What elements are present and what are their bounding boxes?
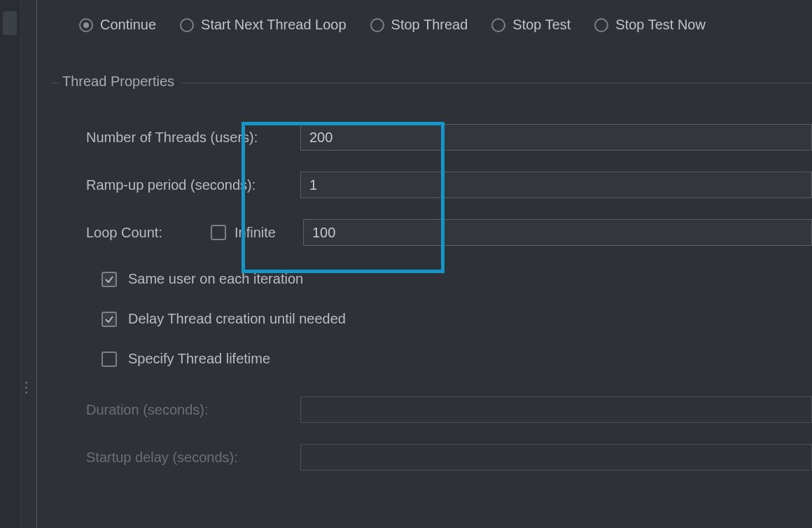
radio-continue[interactable]: Continue <box>79 17 156 33</box>
row-loop-count: Loop Count: Infinite <box>86 218 812 247</box>
radio-stop-test[interactable]: Stop Test <box>491 17 570 33</box>
row-specify-lifetime: Specify Thread lifetime <box>102 351 812 367</box>
loop-count-input[interactable] <box>303 219 812 246</box>
radio-label: Stop Test <box>512 17 570 33</box>
specify-lifetime-label: Specify Thread lifetime <box>128 351 270 367</box>
radio-icon <box>594 18 608 32</box>
row-delay-create: Delay Thread creation until needed <box>102 311 812 327</box>
radio-stop-thread[interactable]: Stop Thread <box>370 17 468 33</box>
specify-lifetime-checkbox[interactable] <box>102 352 117 367</box>
row-startup-delay: Startup delay (seconds): <box>86 443 812 472</box>
startup-delay-input <box>300 444 812 471</box>
startup-delay-label: Startup delay (seconds): <box>86 450 300 466</box>
row-num-threads: Number of Threads (users): <box>86 123 812 152</box>
radio-label: Stop Test Now <box>615 17 706 33</box>
radio-icon <box>370 18 384 32</box>
loop-count-label: Loop Count: <box>86 225 170 241</box>
radio-start-next-loop[interactable]: Start Next Thread Loop <box>180 17 346 33</box>
radio-stop-test-now[interactable]: Stop Test Now <box>594 17 706 33</box>
row-ramp-up: Ramp-up period (seconds): <box>86 170 812 200</box>
infinite-checkbox[interactable] <box>211 225 226 240</box>
radio-icon <box>180 18 194 32</box>
row-same-user: Same user on each iteration <box>102 271 812 287</box>
ramp-up-input[interactable] <box>300 172 812 198</box>
left-rail <box>0 0 20 528</box>
radio-icon <box>79 18 93 32</box>
radio-label: Stop Thread <box>391 17 468 33</box>
ramp-up-label: Ramp-up period (seconds): <box>86 177 300 193</box>
duration-input <box>300 396 812 423</box>
thread-group-panel: Continue Start Next Thread Loop Stop Thr… <box>36 0 812 528</box>
num-threads-label: Number of Threads (users): <box>86 130 300 146</box>
on-error-action-row: Continue Start Next Thread Loop Stop Thr… <box>79 17 812 33</box>
pane-drag-handle[interactable] <box>25 382 27 394</box>
collapsed-tab-stub[interactable] <box>3 11 17 35</box>
radio-label: Start Next Thread Loop <box>201 17 346 33</box>
radio-icon <box>491 18 505 32</box>
radio-label: Continue <box>100 17 156 33</box>
num-threads-input[interactable] <box>300 124 812 151</box>
delay-create-checkbox[interactable] <box>102 312 117 327</box>
infinite-label: Infinite <box>234 225 276 241</box>
row-duration: Duration (seconds): <box>86 395 812 424</box>
thread-properties-fieldset: Thread Properties Number of Threads (use… <box>51 83 812 83</box>
duration-label: Duration (seconds): <box>86 402 300 418</box>
delay-create-label: Delay Thread creation until needed <box>128 311 346 327</box>
same-user-label: Same user on each iteration <box>128 271 303 287</box>
fieldset-legend: Thread Properties <box>59 74 181 90</box>
same-user-checkbox[interactable] <box>102 272 117 287</box>
